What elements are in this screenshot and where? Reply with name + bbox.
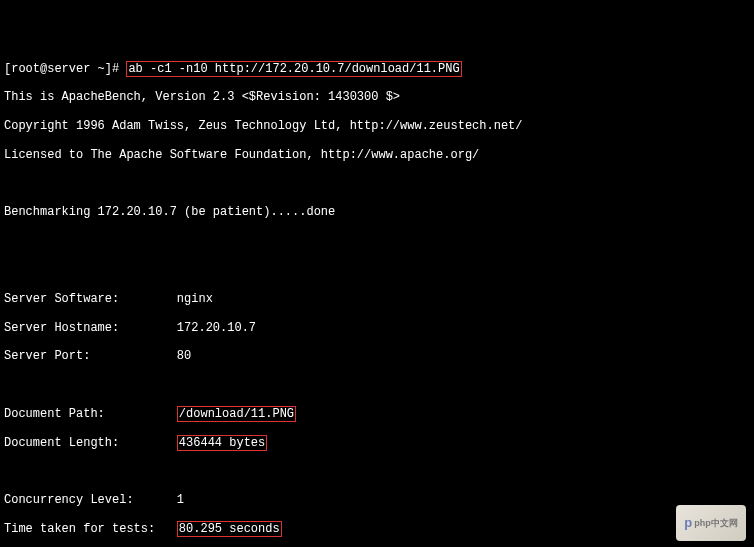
server-port: Server Port: 80 <box>4 349 750 363</box>
prompt-prefix: [root@server ~]# <box>4 62 126 76</box>
blank-line <box>4 465 750 479</box>
time-taken-value: 80.295 seconds <box>177 521 282 537</box>
benchmark-line: Benchmarking 172.20.10.7 (be patient)...… <box>4 205 750 219</box>
concurrency: Concurrency Level: 1 <box>4 493 750 507</box>
time-taken: Time taken for tests: 80.295 seconds <box>4 522 750 536</box>
header-line: Copyright 1996 Adam Twiss, Zeus Technolo… <box>4 119 750 133</box>
header-line: Licensed to The Apache Software Foundati… <box>4 148 750 162</box>
server-hostname: Server Hostname: 172.20.10.7 <box>4 321 750 335</box>
header-line: This is ApacheBench, Version 2.3 <$Revis… <box>4 90 750 104</box>
prompt-line: [root@server ~]# ab -c1 -n10 http://172.… <box>4 62 750 76</box>
command-text: ab -c1 -n10 http://172.20.10.7/download/… <box>126 61 461 77</box>
watermark-logo-icon: p <box>684 515 692 531</box>
blank-line <box>4 234 750 248</box>
doc-length: Document Length: 436444 bytes <box>4 436 750 450</box>
doc-path-value: /download/11.PNG <box>177 406 296 422</box>
watermark-text: php中文网 <box>694 519 738 528</box>
blank-line <box>4 263 750 277</box>
doc-path: Document Path: /download/11.PNG <box>4 407 750 421</box>
blank-line <box>4 177 750 191</box>
watermark-badge: p php中文网 <box>676 505 746 541</box>
server-software: Server Software: nginx <box>4 292 750 306</box>
blank-line <box>4 378 750 392</box>
doc-length-value: 436444 bytes <box>177 435 267 451</box>
